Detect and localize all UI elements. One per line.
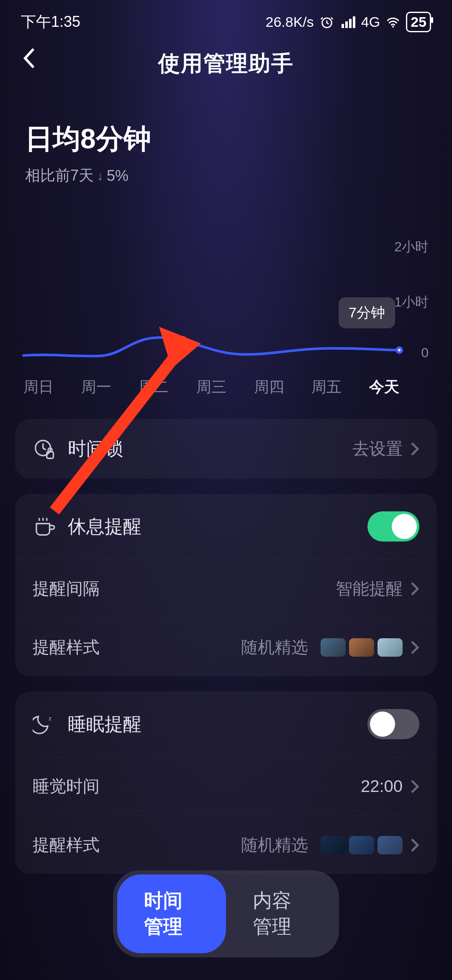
rest-reminder-card: 休息提醒 提醒间隔 智能提醒 提醒样式 随机精选 <box>15 494 437 676</box>
sleep-style-thumbs <box>321 836 403 854</box>
battery-indicator: 25 <box>406 12 431 32</box>
moon-icon: z <box>33 713 55 735</box>
status-network-type: 4G <box>361 14 380 30</box>
summary-compare-delta: 5% <box>107 167 128 185</box>
sleep-style-value: 随机精选 <box>241 833 308 856</box>
status-right: 26.8K/s 4G 25 <box>266 12 431 32</box>
sleep-reminder-card: z 睡眠提醒 睡觉时间 22:00 提醒样式 随机精选 <box>15 691 437 874</box>
sleep-time-value: 22:00 <box>361 777 403 796</box>
sleep-time-key: 睡觉时间 <box>33 775 100 798</box>
rest-style-thumbs <box>321 638 403 657</box>
bottom-tab-bar: 时间管理 内容管理 <box>113 870 339 957</box>
time-lock-row[interactable]: 时间锁 去设置 <box>15 419 437 479</box>
rest-style-row[interactable]: 提醒样式 随机精选 <box>15 618 437 676</box>
page-title: 使用管理助手 <box>158 49 294 78</box>
thumbnail-icon <box>378 836 403 854</box>
summary-heading: 日均8分钟 <box>25 120 427 158</box>
usage-summary: 日均8分钟 相比前7天 ↓ 5% <box>0 95 452 194</box>
chart-ytick-1h: 1小时 <box>394 293 429 312</box>
chevron-left-icon <box>21 46 38 70</box>
chart-x-5[interactable]: 周五 <box>311 377 342 397</box>
cup-icon <box>33 515 55 538</box>
status-time: 下午1:35 <box>21 12 80 32</box>
sleep-reminder-row: z 睡眠提醒 <box>15 691 437 757</box>
thumbnail-icon <box>349 836 374 854</box>
battery-level: 25 <box>411 14 426 30</box>
time-lock-label: 时间锁 <box>68 436 123 461</box>
chart-x-4[interactable]: 周四 <box>254 377 284 397</box>
status-network-speed: 26.8K/s <box>266 14 314 30</box>
chart-x-1[interactable]: 周一 <box>81 377 111 397</box>
tab-content-management[interactable]: 内容管理 <box>226 874 335 953</box>
chevron-right-icon <box>410 779 419 794</box>
svg-text:z: z <box>49 715 51 722</box>
sleep-reminder-toggle[interactable] <box>367 709 419 739</box>
chart-active-point <box>396 346 403 354</box>
usage-chart: 2小时 1小时 0 7分钟 周日 周一 周二 周三 周四 周五 今天 <box>15 211 437 404</box>
summary-compare-prefix: 相比前7天 <box>25 165 94 186</box>
thumbnail-icon <box>321 638 346 657</box>
chart-x-6[interactable]: 今天 <box>369 377 399 397</box>
rest-reminder-label: 休息提醒 <box>68 514 141 539</box>
alarm-icon <box>320 15 334 29</box>
rest-reminder-row: 休息提醒 <box>15 494 437 559</box>
thumbnail-icon <box>321 836 346 854</box>
sleep-style-key: 提醒样式 <box>33 833 100 856</box>
rest-interval-value: 智能提醒 <box>336 577 403 600</box>
trend-down-icon: ↓ <box>97 169 103 183</box>
sleep-style-row[interactable]: 提醒样式 随机精选 <box>15 815 437 874</box>
chart-x-0[interactable]: 周日 <box>23 377 54 397</box>
time-lock-icon <box>33 438 55 460</box>
signal-icon <box>342 16 355 28</box>
chart-x-2[interactable]: 周二 <box>139 377 169 397</box>
chart-ytick-2h: 2小时 <box>394 238 429 256</box>
chart-line <box>23 333 399 374</box>
rest-interval-key: 提醒间隔 <box>33 577 100 600</box>
rest-reminder-toggle[interactable] <box>367 511 419 542</box>
svg-point-1 <box>392 26 394 27</box>
chevron-right-icon <box>410 640 419 655</box>
thumbnail-icon <box>349 638 374 657</box>
chart-x-axis: 周日 周一 周二 周三 周四 周五 今天 <box>23 377 399 397</box>
chevron-right-icon <box>410 441 419 456</box>
rest-style-key: 提醒样式 <box>33 636 100 659</box>
thumbnail-icon <box>378 638 403 657</box>
chevron-right-icon <box>410 581 419 596</box>
chart-tooltip: 7分钟 <box>339 297 395 328</box>
back-button[interactable] <box>21 46 38 72</box>
sleep-time-row[interactable]: 睡觉时间 22:00 <box>15 757 437 815</box>
wifi-icon <box>386 15 400 29</box>
rest-style-value: 随机精选 <box>241 636 308 659</box>
chevron-right-icon <box>410 838 419 853</box>
summary-compare: 相比前7天 ↓ 5% <box>25 165 427 186</box>
chart-ytick-0: 0 <box>421 345 429 361</box>
time-lock-card: 时间锁 去设置 <box>15 419 437 479</box>
status-bar: 下午1:35 26.8K/s 4G 25 <box>0 0 452 36</box>
svg-rect-3 <box>47 451 54 458</box>
chart-x-3[interactable]: 周三 <box>196 377 226 397</box>
app-header: 使用管理助手 <box>0 36 452 95</box>
tab-time-management[interactable]: 时间管理 <box>117 874 226 953</box>
time-lock-action: 去设置 <box>352 437 403 460</box>
sleep-reminder-label: 睡眠提醒 <box>68 712 141 737</box>
rest-interval-row[interactable]: 提醒间隔 智能提醒 <box>15 559 437 618</box>
